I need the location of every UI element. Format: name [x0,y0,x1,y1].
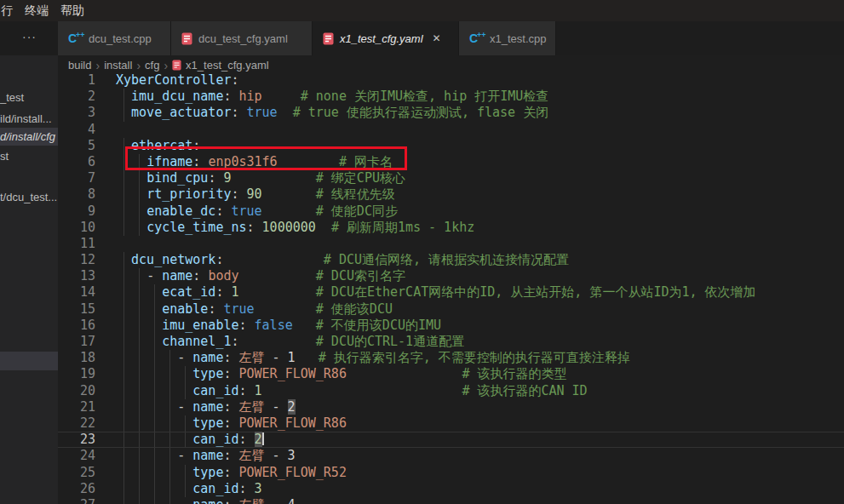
code-line[interactable]: 10 cycle_time_ns: 1000000 # 刷新周期1ms - 1k… [58,220,844,236]
code-line[interactable]: 13 - name: body # DCU索引名字 [58,268,844,284]
line-number[interactable]: 13 [58,268,95,284]
tab-x1_test.cpp[interactable]: C++x1_test.cpp [459,21,556,55]
code-line[interactable]: 8 rt_priority: 90 # 线程优先级 [58,186,844,203]
indent-guide [139,203,140,220]
code-line[interactable]: 21 - name: 左臂 - 2 [58,399,844,415]
tab-dcu_test_cfg.yaml[interactable]: dcu_test_cfg.yaml [171,21,313,55]
code-line[interactable]: 1XyberController: [58,72,844,89]
breadcrumb-item[interactable]: install [104,59,132,72]
line-number[interactable]: 21 [58,399,95,415]
indent-guide [123,318,124,334]
line-number[interactable]: 7 [58,170,95,186]
sidebar-selected-band[interactable] [0,352,58,370]
code-line[interactable]: 26 can_id: 3 [58,481,844,497]
code-line[interactable]: 7 bind_cpu: 9 # 绑定CPU核心 [58,170,844,186]
indent-guide [123,415,124,432]
line-number[interactable]: 4 [58,122,95,138]
code-line[interactable]: 9 enable_dc: true # 使能DC同步 [58,203,844,220]
line-number[interactable]: 11 [58,236,95,252]
indent-guide [139,170,140,186]
line-number[interactable]: 27 [58,497,95,504]
code-line[interactable]: 16 imu_enable: false # 不使用该DCU的IMU [58,318,844,334]
indent-guide [123,138,124,154]
indent-guide [169,399,170,415]
indent-guide [185,383,186,399]
line-number[interactable]: 6 [58,154,95,170]
menu-item-run-partial[interactable]: 行 [0,2,19,20]
indent-guide [185,432,186,447]
code-line[interactable]: 12 dcu_network: # DCU通信网络, 请根据实机连接情况配置 [58,252,844,268]
breadcrumb-item[interactable]: build [68,59,91,72]
sidebar-list-item[interactable]: ild/install... [0,110,58,128]
code-line[interactable]: 11 [58,236,844,252]
code-text: rt_priority: 90 # 线程优先级 [116,186,395,203]
code-line[interactable]: 25 type: POWER_FLOW_R52 [58,465,844,481]
code-line[interactable]: 17 channel_1: # DCU的CTRL-1通道配置 [58,334,844,350]
code-line[interactable]: 23 can_id: 2 [58,432,844,448]
code-line[interactable]: 3 move_actuator: true # true 使能执行器运动测试, … [58,105,844,121]
line-number[interactable]: 5 [58,138,95,154]
code-text: can_id: 1 # 该执行器的CAN ID [116,383,588,399]
breadcrumb-file[interactable]: x1_test_cfg.yaml [186,59,269,72]
indent-guide [185,366,186,382]
indent-guide [139,334,140,350]
code-line[interactable]: 5 ethercat: [58,138,844,154]
line-number[interactable]: 3 [58,105,95,121]
close-icon[interactable]: ✕ [433,32,441,44]
indent-guide [123,481,124,497]
line-number[interactable]: 10 [58,220,95,236]
line-number[interactable]: 23 [58,432,95,447]
indent-guide [123,497,124,504]
line-number[interactable]: 19 [58,366,95,382]
code-line[interactable]: 27 - name: 左臂 - 4 [58,497,844,504]
line-number[interactable]: 16 [58,318,95,334]
sidebar-list-item[interactable]: _test [0,89,58,106]
line-number[interactable]: 20 [58,383,95,399]
code-text: - name: 左臂 - 3 [116,448,296,464]
line-number[interactable]: 17 [58,334,95,350]
tab-dcu_test.cpp[interactable]: C++dcu_test.cpp [58,21,171,55]
indent-guide [123,350,124,366]
code-line[interactable]: 24 - name: 左臂 - 3 [58,448,844,464]
indent-guide [154,399,155,415]
line-number[interactable]: 14 [58,284,95,301]
indent-guide [154,432,155,447]
code-line[interactable]: 22 type: POWER_FLOW_R86 [58,415,844,432]
indent-guide [139,301,140,318]
code-line[interactable]: 14 ecat_id: 1 # DCU在EtherCAT网络中的ID, 从主站开… [58,284,844,301]
code-line[interactable]: 18 - name: 左臂 - 1 # 执行器索引名字, 不需要控制的执行器可直… [58,350,844,366]
sidebar-list-item[interactable]: t/dcu_test... [0,188,58,206]
vscode-window: 行 终端 帮助 ··· _testild/install...d/install… [0,0,844,504]
line-number[interactable]: 22 [58,415,95,432]
breadcrumb-item[interactable]: cfg [145,59,159,72]
sidebar-list-item[interactable]: d/install/cfg [0,128,58,146]
line-number[interactable]: 12 [58,252,95,268]
code-line[interactable]: 4 [58,122,844,138]
tab-label: x1_test_cfg.yaml [340,32,423,45]
line-number[interactable]: 2 [58,89,95,105]
code-line[interactable]: 2 imu_dcu_name: hip # none 关闭IMU检查, hip … [58,89,844,105]
editor-lines[interactable]: 1XyberController:2 imu_dcu_name: hip # n… [58,72,844,504]
code-text: XyberController: [116,72,239,89]
sidebar-list-item[interactable]: st [0,147,58,165]
line-number[interactable]: 26 [58,481,95,497]
indent-guide [169,465,170,481]
line-number[interactable]: 24 [58,448,95,464]
line-number[interactable]: 25 [58,465,95,481]
line-number[interactable]: 9 [58,203,95,220]
menu-item-terminal[interactable]: 终端 [19,2,55,20]
code-line[interactable]: 20 can_id: 1 # 该执行器的CAN ID [58,383,844,399]
tab-x1_test_cfg.yaml[interactable]: x1_test_cfg.yaml✕ [313,21,459,55]
line-number[interactable]: 1 [58,72,95,89]
code-line[interactable]: 19 type: POWER_FLOW_R86 # 该执行器的类型 [58,366,844,382]
line-number[interactable]: 18 [58,350,95,366]
indent-guide [169,383,170,399]
code-line[interactable]: 6 ifname: enp0s31f6 # 网卡名 [58,154,844,170]
menu-item-help[interactable]: 帮助 [55,2,90,20]
more-actions-icon[interactable]: ··· [22,30,37,43]
line-number[interactable]: 8 [58,186,95,203]
code-text: - name: 左臂 - 4 [116,497,296,504]
line-number[interactable]: 15 [58,301,95,318]
code-line[interactable]: 15 enable: true # 使能该DCU [58,301,844,318]
indent-guide [139,154,140,170]
